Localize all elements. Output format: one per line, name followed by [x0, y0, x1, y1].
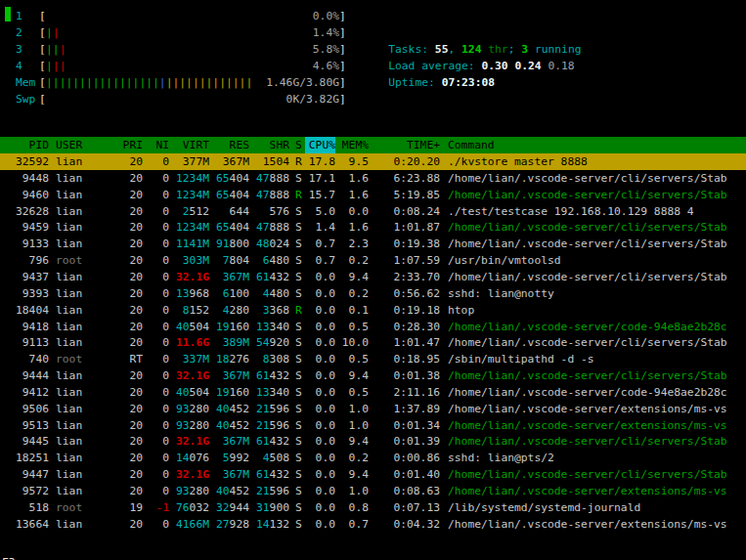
cell-pri: 20	[98, 219, 143, 236]
process-table-header: PIDUSERPRINIVIRTRESSHRSCPU%MEM%TIME+Comm…	[0, 137, 746, 153]
process-row-9393[interactable]: 9393lian2001396861004480S0.00.20:56.62ss…	[0, 285, 746, 302]
cell-time: 0:19.18	[375, 302, 440, 319]
column-header-ni[interactable]: NI	[147, 137, 169, 153]
cell-ni: 0	[147, 170, 169, 187]
cell-ni: 0	[147, 203, 169, 220]
column-header-command[interactable]: Command	[448, 137, 744, 153]
cell-res: 4280	[208, 302, 249, 319]
cell-time: 0:04.32	[375, 516, 440, 533]
process-row-796[interactable]: 796root200303M78046480S0.70.21:07.59/usr…	[0, 252, 746, 269]
cell-ni: 0	[147, 236, 169, 252]
cell-s: S	[295, 351, 303, 367]
cell-ni: 0	[147, 269, 169, 285]
tasks-summary: Tasks: 55, 124 thr; 3 running	[362, 24, 582, 41]
cell-mem: 0.5	[338, 384, 369, 401]
cell-pid: 18251	[0, 450, 49, 466]
process-row-9445[interactable]: 9445lian20032.1G367M61432S0.09.40:01.39/…	[0, 433, 746, 450]
column-header-shr[interactable]: SHR	[248, 137, 289, 153]
process-row-518[interactable]: 518root19-1760323294431900S0.00.80:07.13…	[0, 499, 746, 516]
cell-virt: 14076	[168, 450, 209, 466]
column-header-mem[interactable]: MEM%	[338, 137, 369, 153]
cell-cmd: /home/lian/.vscode-server/cli/servers/St…	[448, 466, 744, 483]
cell-s: S	[295, 384, 303, 401]
meter-label: 1	[16, 8, 41, 24]
cell-res: 40452	[208, 401, 249, 417]
process-row-740[interactable]: 740rootRT0337M182768308S0.00.50:18.95/sb…	[0, 351, 746, 367]
process-row-9133[interactable]: 9133lian2001141M9180048024S0.72.30:19.38…	[0, 236, 746, 252]
cell-mem: 1.0	[338, 401, 369, 417]
cell-s: S	[295, 269, 303, 285]
process-row-13664[interactable]: 13664lian2004166M2792814132S0.00.70:04.3…	[0, 516, 746, 533]
cell-pid: 9506	[0, 401, 49, 417]
process-row-9418[interactable]: 9418lian200405041916013340S0.00.50:28.30…	[0, 319, 746, 335]
cell-cmd: /sbin/multipathd -d -s	[448, 351, 744, 367]
meter-label: 4	[16, 58, 41, 74]
meter-value: 4.6%	[313, 58, 339, 74]
cell-shr: 14132	[248, 516, 289, 533]
process-row-9447[interactable]: 9447lian20032.1G367M61432S0.09.40:01.40/…	[0, 466, 746, 483]
cell-time: 0:28.30	[375, 319, 440, 335]
process-row-9459[interactable]: 9459lian2001234M6540447888S1.41.61:01.87…	[0, 219, 746, 236]
process-row-9444[interactable]: 9444lian20032.1G367M61432S0.09.40:01.38/…	[0, 367, 746, 384]
cell-mem: 1.0	[338, 483, 369, 499]
cell-cpu: 0.0	[305, 483, 335, 499]
column-header-time[interactable]: TIME+	[375, 137, 440, 153]
cell-time: 0:00.86	[375, 450, 440, 466]
meter-label: Swp	[16, 91, 41, 108]
column-header-pri[interactable]: PRI	[98, 137, 143, 153]
process-row-18251[interactable]: 18251lian2001407659924508S0.00.20:00.86s…	[0, 450, 746, 466]
column-header-cpu[interactable]: CPU%	[305, 137, 335, 153]
cell-cmd: /home/lian/.vscode-server/code-94e8ae2b2…	[448, 319, 744, 335]
cell-s: S	[295, 483, 303, 499]
process-row-32592[interactable]: 32592lian200377M367M1504R17.89.50:20.20.…	[0, 153, 746, 170]
cell-time: 2:33.70	[375, 269, 440, 285]
process-row-9412[interactable]: 9412lian200405041916013340S0.00.52:11.16…	[0, 384, 746, 401]
cell-s: R	[295, 187, 303, 203]
cell-shr: 13340	[248, 384, 289, 401]
column-header-s[interactable]: S	[295, 137, 303, 153]
cell-pid: 9513	[0, 417, 49, 434]
process-row-9437[interactable]: 9437lian20032.1G367M61432S0.09.42:33.70/…	[0, 269, 746, 285]
cell-cpu: 0.0	[305, 302, 335, 319]
process-row-9572[interactable]: 9572lian200932804045221596S0.01.00:08.63…	[0, 483, 746, 499]
cell-ni: 0	[147, 483, 169, 499]
column-header-res[interactable]: RES	[208, 137, 249, 153]
cell-cpu: 0.0	[305, 499, 335, 516]
cell-pid: 32592	[0, 153, 49, 170]
cell-shr: 4480	[248, 285, 289, 302]
uptime: Uptime: 07:23:08	[362, 58, 495, 74]
process-row-9460[interactable]: 9460lian2001234M6540447888R15.71.65:19.8…	[0, 187, 746, 203]
cell-pri: 20	[98, 269, 143, 285]
column-header-pid[interactable]: PID	[0, 137, 49, 153]
process-row-18404[interactable]: 18404lian200815242803368R0.00.10:19.18ht…	[0, 302, 746, 319]
cell-res: 19160	[208, 319, 249, 335]
cell-cpu: 17.8	[305, 153, 335, 170]
process-row-9513[interactable]: 9513lian200932804045221596S0.01.00:01.34…	[0, 417, 746, 434]
f3-key[interactable]: F3	[2, 554, 16, 560]
process-row-9506[interactable]: 9506lian200932804045221596S0.01.01:37.89…	[0, 401, 746, 417]
cell-pid: 518	[0, 499, 49, 516]
meter-label: 3	[16, 41, 41, 58]
cell-s: S	[295, 499, 303, 516]
cell-cpu: 0.0	[305, 417, 335, 434]
cell-ni: 0	[147, 401, 169, 417]
cell-shr: 21596	[248, 401, 289, 417]
cell-res: 5992	[208, 450, 249, 466]
cell-virt: 303M	[168, 252, 209, 269]
process-row-9113[interactable]: 9113lian20011.6G389M54920S0.010.01:01.47…	[0, 334, 746, 351]
cell-ni: 0	[147, 417, 169, 434]
cell-virt: 93280	[168, 483, 209, 499]
process-row-32628[interactable]: 32628lian2002512644576S5.00.00:08.24./te…	[0, 203, 746, 220]
cell-time: 1:01.87	[375, 219, 440, 236]
cell-cpu: 0.0	[305, 319, 335, 335]
cell-res: 91800	[208, 236, 249, 252]
cell-pri: 20	[98, 319, 143, 335]
cell-ni: 0	[147, 450, 169, 466]
process-row-9448[interactable]: 9448lian2001234M6540447888S17.11.66:23.8…	[0, 170, 746, 187]
cell-virt: 2512	[168, 203, 209, 220]
column-header-virt[interactable]: VIRT	[168, 137, 209, 153]
cell-cmd: /home/lian/.vscode-server/cli/servers/St…	[448, 219, 744, 236]
cell-shr: 8308	[248, 351, 289, 367]
cell-s: S	[295, 401, 303, 417]
cell-ni: 0	[147, 302, 169, 319]
